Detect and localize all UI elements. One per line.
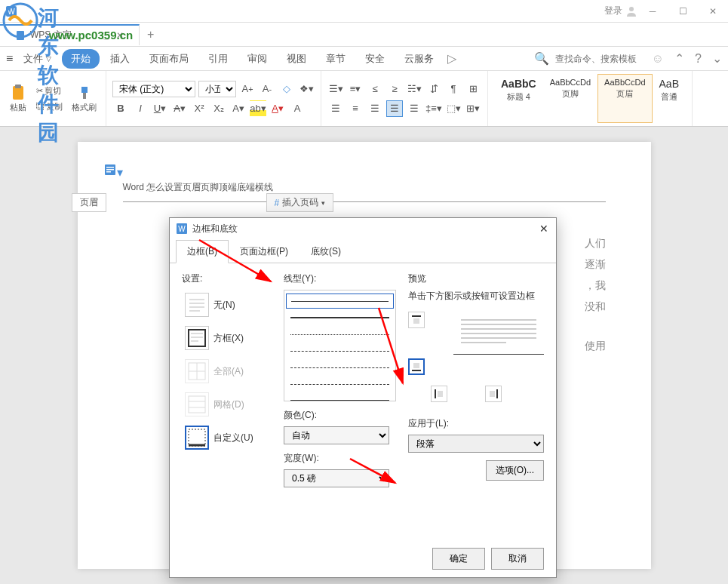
preview-canvas[interactable]: [453, 312, 544, 380]
custom-icon: [185, 426, 209, 450]
dialog-tabs: 边框(B) 页面边框(P) 底纹(S): [170, 239, 556, 263]
borders-dialog: W 边框和底纹 ✕ 边框(B) 页面边框(P) 底纹(S) 设置: 无(N) 方…: [169, 217, 557, 578]
line-label: 线型(Y):: [284, 272, 396, 285]
color-label: 颜色(C):: [284, 409, 396, 422]
width-select[interactable]: 0.5 磅: [284, 469, 389, 487]
line-item[interactable]: [286, 310, 394, 325]
preview-controls: [408, 312, 544, 380]
preview-label: 预览: [408, 272, 544, 285]
svg-text:W: W: [178, 225, 186, 233]
setting-all[interactable]: 全部(A): [182, 356, 272, 386]
svg-rect-29: [189, 429, 205, 446]
apply-select[interactable]: 段落: [408, 435, 544, 453]
preview-column: 预览 单击下方图示或按钮可设置边框: [408, 272, 544, 531]
svg-rect-22: [191, 340, 198, 342]
color-select[interactable]: 自动: [284, 426, 389, 444]
svg-rect-15: [189, 299, 204, 300]
dialog-footer: 确定 取消: [170, 540, 556, 577]
all-icon: [185, 359, 209, 383]
line-item[interactable]: [286, 327, 394, 342]
box-icon: [185, 326, 209, 350]
apply-label: 应用于(L):: [408, 417, 544, 430]
line-item[interactable]: [286, 377, 394, 392]
ok-button[interactable]: 确定: [432, 548, 485, 570]
tab-border[interactable]: 边框(B): [176, 240, 229, 263]
svg-rect-26: [189, 396, 205, 413]
dialog-icon: W: [176, 223, 188, 235]
edge-bottom-button[interactable]: [408, 358, 425, 375]
edge-top-button[interactable]: [408, 312, 425, 328]
edge-buttons-horizontal: [431, 386, 544, 402]
svg-rect-32: [413, 318, 419, 324]
setting-grid[interactable]: 网格(D): [182, 389, 272, 420]
svg-rect-21: [191, 337, 203, 338]
setting-none[interactable]: 无(N): [182, 290, 272, 320]
line-item[interactable]: [286, 294, 394, 309]
edge-buttons-vertical: [408, 312, 425, 380]
none-icon: [185, 293, 209, 317]
settings-label: 设置:: [182, 272, 272, 285]
line-item[interactable]: [286, 360, 394, 375]
options-button[interactable]: 选项(O)...: [486, 460, 544, 481]
svg-rect-37: [490, 391, 495, 397]
tab-page-border[interactable]: 页面边框(P): [229, 240, 299, 263]
grid-icon: [185, 392, 209, 416]
dialog-titlebar: W 边框和底纹 ✕: [170, 218, 556, 239]
dialog-title-text: 边框和底纹: [192, 223, 238, 235]
svg-rect-17: [189, 306, 204, 308]
width-label: 宽度(W):: [284, 452, 396, 465]
svg-rect-20: [191, 333, 203, 334]
edge-left-button[interactable]: [431, 386, 447, 402]
svg-rect-18: [189, 310, 200, 312]
preview-hint: 单击下方图示或按钮可设置边框: [408, 290, 544, 303]
line-item[interactable]: [286, 343, 394, 358]
line-style-list[interactable]: [284, 290, 396, 401]
dialog-body: 设置: 无(N) 方框(X) 全部(A) 网格(D): [170, 263, 556, 540]
apply-row: 应用于(L): 段落 选项(O)...: [408, 417, 544, 453]
settings-column: 设置: 无(N) 方框(X) 全部(A) 网格(D): [182, 272, 272, 531]
setting-custom[interactable]: 自定义(U): [182, 423, 272, 453]
dialog-overlay: W 边框和底纹 ✕ 边框(B) 页面边框(P) 底纹(S) 设置: 无(N) 方…: [0, 0, 728, 584]
svg-rect-16: [189, 303, 204, 304]
setting-box[interactable]: 方框(X): [182, 323, 272, 353]
svg-rect-36: [438, 391, 443, 397]
svg-rect-33: [413, 363, 419, 368]
tab-shading[interactable]: 底纹(S): [299, 240, 352, 263]
edge-right-button[interactable]: [485, 386, 502, 402]
line-column: 线型(Y): 颜色(C): 自动 宽度(W): 0.5 磅: [284, 272, 396, 531]
line-item[interactable]: [286, 393, 394, 401]
dialog-close-button[interactable]: ✕: [536, 221, 551, 236]
cancel-button[interactable]: 取消: [491, 548, 544, 570]
